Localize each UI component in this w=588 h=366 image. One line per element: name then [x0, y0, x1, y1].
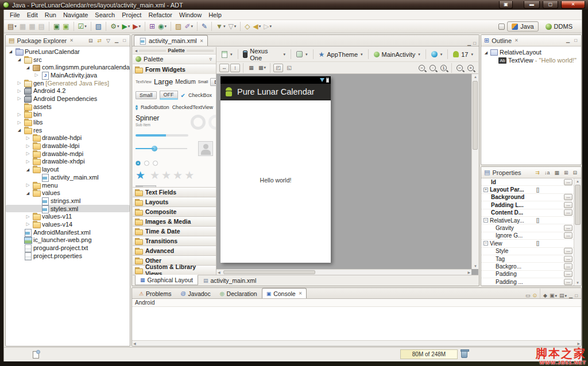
- palette-category-transitions[interactable]: Transitions: [133, 236, 216, 246]
- api-level-dropdown[interactable]: 17 ▾: [451, 50, 475, 59]
- minimize-button[interactable]: ▬: [524, 1, 540, 9]
- close-tab-icon[interactable]: ✕: [299, 291, 303, 296]
- tree-item-drawable-xhdpi[interactable]: ▷drawable-xhdpi: [6, 158, 130, 166]
- outline-item-relativelayout[interactable]: ◢RelativeLayout: [481, 48, 581, 56]
- property-editor-button[interactable]: ...: [564, 209, 572, 216]
- titlebar-extra-button[interactable]: ▣: [499, 1, 513, 9]
- sort-alphabetically-icon[interactable]: ↓a: [543, 170, 551, 176]
- widget-checkedtextview[interactable]: CheckedTextView: [172, 104, 213, 110]
- tree-item-values[interactable]: ◢values: [6, 189, 130, 197]
- minimize-view-icon[interactable]: ▁: [568, 293, 574, 298]
- show-constraints-button[interactable]: ▩▾: [257, 64, 267, 72]
- property-editor-button[interactable]: ...: [564, 232, 572, 239]
- fill-width-button[interactable]: ↔: [219, 64, 229, 72]
- scroll-down-icon[interactable]: ▼: [576, 281, 579, 285]
- save-button[interactable]: ▦: [18, 22, 27, 30]
- scroll-up-icon[interactable]: ▲: [474, 75, 477, 79]
- palette-category-custom-library-views[interactable]: Custom & Library Views: [133, 265, 216, 275]
- scroll-up-icon[interactable]: ▲: [576, 179, 579, 184]
- annotations-button[interactable]: ▼▾: [215, 22, 226, 30]
- scroll-left-icon[interactable]: ◀: [218, 270, 220, 275]
- property-row-view[interactable]: −View[]: [481, 240, 574, 247]
- property-editor-button[interactable]: ...: [564, 225, 572, 231]
- maximize-editor-icon[interactable]: □: [472, 41, 477, 46]
- tree-item-mainactivity-java[interactable]: ▷MainActivity.java: [6, 71, 130, 79]
- twistie-icon[interactable]: ▷: [17, 112, 22, 117]
- properties-scrollbar[interactable]: ▲ ▼: [574, 178, 581, 286]
- remove-launch-icon[interactable]: ▭: [524, 293, 532, 298]
- close-tab-icon[interactable]: ✕: [200, 38, 204, 44]
- console-tab-javadoc[interactable]: @Javadoc: [176, 288, 215, 298]
- property-row-layout-par[interactable]: +Layout Par...[]: [481, 186, 574, 193]
- tree-item-activity-main-xml[interactable]: activity_main.xml: [6, 173, 130, 181]
- property-row-tag[interactable]: Tag...: [481, 255, 574, 263]
- tree-item-drawable-mdpi[interactable]: ▷drawable-mdpi: [6, 150, 130, 158]
- property-row-ignore-g[interactable]: Ignore G......: [481, 232, 574, 240]
- property-editor-button[interactable]: ...: [564, 194, 572, 200]
- coverage-button[interactable]: ⊞: [148, 22, 156, 30]
- palette-header[interactable]: Palette ▿: [133, 54, 216, 64]
- configuration-dropdown[interactable]: ▾: [219, 50, 235, 59]
- editor-tab-activity-main[interactable]: activity_main.xml ✕: [134, 35, 208, 46]
- twistie-icon[interactable]: ◢: [25, 190, 30, 196]
- tree-item-androidmanifest-xml[interactable]: AndroidManifest.xml: [6, 228, 130, 236]
- property-editor-button[interactable]: ...: [564, 271, 572, 277]
- twistie-icon[interactable]: ▷: [25, 221, 30, 227]
- expand-icon[interactable]: +: [483, 188, 488, 192]
- tree-item-drawable-hdpi[interactable]: ▷drawable-hdpi: [6, 134, 130, 142]
- tree-item-android-4-2[interactable]: ▷Android 4.2: [6, 87, 130, 95]
- property-row-padding-l[interactable]: Padding L......: [481, 201, 574, 209]
- scrollbar-thumb[interactable]: [223, 270, 315, 274]
- palette-menu-icon[interactable]: ▿: [208, 56, 213, 62]
- zoom-100-icon[interactable]: 1: [440, 65, 447, 71]
- console-horizontal-scrollbar[interactable]: ◀ ▶: [132, 340, 581, 346]
- chevron-down-icon[interactable]: ▾: [259, 24, 261, 29]
- collapse-palette-icon[interactable]: ◂: [135, 48, 137, 53]
- maximize-view-icon[interactable]: □: [122, 38, 127, 43]
- outline-item-textview[interactable]: AbTextView - "Hello world!": [481, 56, 581, 64]
- tree-item-values-v14[interactable]: ▷values-v14: [6, 220, 130, 228]
- open-console-icon[interactable]: ▤▾: [558, 293, 568, 298]
- twistie-icon[interactable]: ▷: [25, 214, 30, 219]
- palette-category-images-media[interactable]: Images & Media: [133, 216, 216, 226]
- next-annotation-button[interactable]: ▽▾: [227, 22, 237, 30]
- palette-category-form-widgets[interactable]: Form Widgets: [133, 64, 216, 74]
- tree-item-proguard-project-txt[interactable]: proguard-project.txt: [6, 244, 130, 252]
- widget-spinner[interactable]: Spinner Sub Item: [136, 115, 188, 127]
- bottom-tab-graphical-layout[interactable]: ▦Graphical Layout: [135, 275, 198, 285]
- tree-item-layout[interactable]: ◢layout: [6, 165, 130, 173]
- widget-radiobutton[interactable]: RadioButton: [141, 104, 169, 110]
- palette-category-layouts[interactable]: Layouts: [133, 197, 216, 207]
- tree-item-libs[interactable]: ▷libs: [6, 118, 130, 126]
- menu-navigate[interactable]: Navigate: [60, 11, 91, 19]
- scrollbar-thumb[interactable]: [575, 185, 581, 225]
- fill-height-button[interactable]: ↕: [230, 64, 240, 72]
- widget-textview[interactable]: TextView: [136, 80, 152, 84]
- tree-item-ic-launcher-web-png[interactable]: ic_launcher-web.png: [6, 236, 130, 244]
- palette-category-composite[interactable]: Composite: [133, 207, 216, 216]
- chevron-down-icon[interactable]: ▾: [223, 24, 226, 29]
- locale-dropdown[interactable]: ▾: [429, 50, 445, 59]
- preview-content[interactable]: Hello world!: [220, 100, 331, 263]
- property-row-padding[interactable]: Padding...: [481, 271, 574, 278]
- zoom-in-icon[interactable]: +: [467, 65, 474, 71]
- twistie-icon[interactable]: ▷: [17, 120, 22, 125]
- chevron-down-icon[interactable]: ▾: [138, 24, 141, 29]
- collapse-icon[interactable]: −: [483, 218, 488, 223]
- chevron-down-icon[interactable]: ▾: [84, 24, 87, 29]
- scroll-left-icon[interactable]: ◀: [133, 341, 136, 346]
- property-editor-button[interactable]: ...: [564, 179, 572, 185]
- menu-search[interactable]: Search: [91, 11, 118, 19]
- widget-progressbar-small[interactable]: [136, 185, 156, 187]
- widget-quickcontactbadge[interactable]: [198, 141, 213, 156]
- twistie-icon[interactable]: ◢: [17, 57, 22, 62]
- open-resource-button[interactable]: ▨: [174, 22, 183, 30]
- canvas-horizontal-scrollbar[interactable]: ◀ ▶: [216, 269, 471, 275]
- property-editor-button[interactable]: ...: [564, 279, 572, 285]
- palette-collapse-strip[interactable]: ◂ Palette: [133, 47, 216, 54]
- scrollbar-thumb[interactable]: [473, 81, 478, 150]
- pin-console-icon[interactable]: ◆: [542, 293, 548, 298]
- avd-manager-button[interactable]: ▣: [61, 22, 70, 30]
- twistie-icon[interactable]: ▷: [34, 72, 39, 77]
- twistie-icon[interactable]: ▷: [17, 80, 22, 85]
